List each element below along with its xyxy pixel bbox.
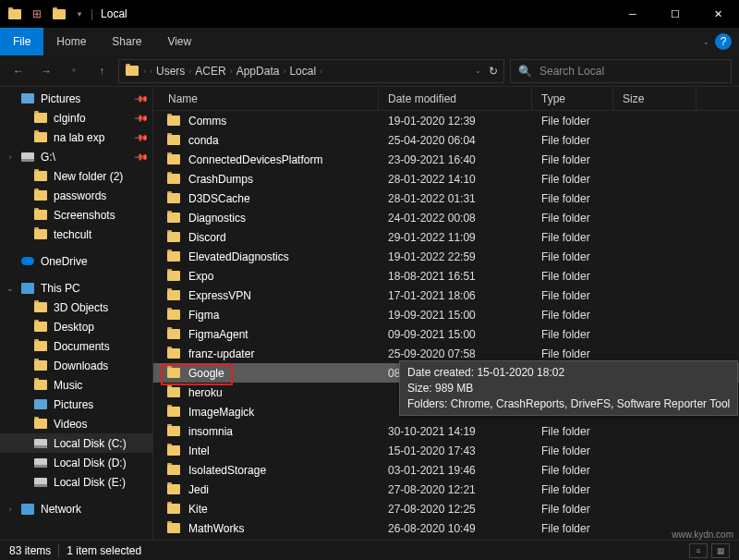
file-row[interactable]: Intel15-01-2020 17:43File folder xyxy=(153,441,739,460)
file-row[interactable]: ConnectedDevicesPlatform23-09-2021 16:40… xyxy=(153,150,739,169)
expand-icon[interactable]: ⌄ xyxy=(6,284,15,293)
file-row[interactable]: conda25-04-2020 06:04File folder xyxy=(153,130,739,150)
file-name: franz-updater xyxy=(188,347,254,360)
file-row[interactable]: D3DSCache28-01-2022 01:31File folder xyxy=(153,189,739,208)
column-date[interactable]: Date modified xyxy=(379,87,532,110)
sidebar-item-techcult[interactable]: techcult xyxy=(0,225,152,244)
file-row[interactable]: ElevatedDiagnostics19-01-2022 22:59File … xyxy=(153,247,739,266)
chevron-right-icon[interactable]: › xyxy=(230,67,233,76)
sidebar-item-desktop[interactable]: Desktop xyxy=(0,317,152,336)
crumb-acer[interactable]: ACER xyxy=(195,65,225,78)
file-row[interactable]: Figma19-09-2021 15:00File folder xyxy=(153,305,739,324)
sidebar-item-pictures[interactable]: Pictures xyxy=(0,395,152,414)
sidebar-item-na-lab-exp[interactable]: na lab exp📌 xyxy=(0,128,152,147)
crumb-users[interactable]: Users xyxy=(156,65,185,78)
chevron-right-icon[interactable]: › xyxy=(188,67,191,76)
maximize-button[interactable]: ☐ xyxy=(654,0,697,28)
status-item-count: 83 items xyxy=(9,544,51,557)
file-row[interactable]: Microsoft18-01-2022 11:53File folder xyxy=(153,538,739,540)
menu-share[interactable]: Share xyxy=(99,28,154,55)
folder-icon xyxy=(33,300,48,315)
sidebar-item-this-pc[interactable]: ⌄This PC xyxy=(0,278,152,298)
file-row[interactable]: FigmaAgent09-09-2021 15:00File folder xyxy=(153,324,739,344)
details-view-icon[interactable]: ≡ xyxy=(689,543,708,558)
separator: | xyxy=(91,7,93,20)
file-type: File folder xyxy=(532,250,613,263)
sidebar-item-3d-objects[interactable]: 3D Objects xyxy=(0,298,152,317)
sidebar-item-videos[interactable]: Videos xyxy=(0,414,152,433)
sidebar-label: Local Disk (E:) xyxy=(54,476,147,489)
file-row[interactable]: Expo18-08-2021 16:51File folder xyxy=(153,266,739,286)
expand-icon[interactable]: › xyxy=(6,505,15,514)
search-input[interactable]: 🔍 Search Local xyxy=(510,59,732,83)
sidebar-item-passwords[interactable]: passwords xyxy=(0,186,152,205)
back-button[interactable]: ← xyxy=(7,60,30,82)
column-name[interactable]: Name xyxy=(153,87,379,110)
sidebar-item-music[interactable]: Music xyxy=(0,375,152,395)
sidebar-item-clginfo[interactable]: clginfo📌 xyxy=(0,108,152,128)
folder-icon xyxy=(166,152,181,167)
file-row[interactable]: Jedi27-08-2020 12:21File folder xyxy=(153,480,739,499)
file-type: File folder xyxy=(532,309,613,322)
folder-icon xyxy=(166,230,181,245)
sidebar-label: passwords xyxy=(54,189,147,202)
file-row[interactable]: Diagnostics24-01-2022 00:08File folder xyxy=(153,208,739,227)
close-button[interactable]: ✕ xyxy=(697,0,739,28)
chevron-right-icon[interactable]: › xyxy=(320,67,322,76)
expand-icon[interactable]: › xyxy=(6,152,15,162)
folder-icon xyxy=(166,133,181,148)
up-button[interactable]: ↑ xyxy=(91,60,113,82)
file-row[interactable]: Discord29-01-2022 11:09File folder xyxy=(153,227,739,247)
large-icons-view-icon[interactable]: ▦ xyxy=(711,543,730,558)
help-icon[interactable]: ? xyxy=(715,33,732,50)
file-row[interactable]: MathWorks26-08-2020 10:49File folder xyxy=(153,518,739,538)
chevron-right-icon[interactable]: › xyxy=(283,67,285,76)
file-type: File folder xyxy=(532,231,613,244)
recent-dropdown[interactable]: ▼ xyxy=(63,60,85,82)
folder-icon xyxy=(166,482,181,497)
forward-button[interactable]: → xyxy=(35,60,57,82)
file-row[interactable]: Kite27-08-2020 12:25File folder xyxy=(153,499,739,518)
sidebar-item-documents[interactable]: Documents xyxy=(0,336,152,356)
folder-icon xyxy=(166,405,181,420)
sidebar-item-new-folder-2-[interactable]: New folder (2) xyxy=(0,166,152,186)
sidebar-item-network[interactable]: ›Network xyxy=(0,499,152,518)
sidebar-item-onedrive[interactable]: OneDrive xyxy=(0,251,152,271)
chevron-down-icon[interactable]: ▼ xyxy=(76,10,83,18)
crumb-local[interactable]: Local xyxy=(289,65,316,78)
file-row[interactable]: insomnia30-10-2021 14:19File folder xyxy=(153,421,739,441)
pin-icon: 📌 xyxy=(134,149,149,164)
sidebar-item-screenshots[interactable]: Screenshots xyxy=(0,205,152,225)
folder-icon xyxy=(166,327,181,342)
expand-ribbon-icon[interactable]: ⌄ xyxy=(703,38,709,46)
chevron-down-icon[interactable]: ⌄ xyxy=(475,67,481,75)
file-date: 27-08-2020 12:25 xyxy=(379,503,532,516)
sidebar-item-downloads[interactable]: Downloads xyxy=(0,356,152,375)
chevron-left-icon[interactable]: ‹ xyxy=(150,67,152,76)
column-size[interactable]: Size xyxy=(613,87,697,110)
file-row[interactable]: CrashDumps28-01-2022 14:10File folder xyxy=(153,169,739,189)
sidebar-item-pictures[interactable]: Pictures📌 xyxy=(0,89,152,108)
disk-icon xyxy=(33,456,48,470)
pin-icon[interactable]: ⊞ xyxy=(30,6,44,21)
sidebar-item-local-disk-c-[interactable]: Local Disk (C:) xyxy=(0,433,152,453)
file-type: File folder xyxy=(532,425,613,438)
sidebar-item-local-disk-e-[interactable]: Local Disk (E:) xyxy=(0,472,152,492)
file-row[interactable]: IsolatedStorage03-01-2021 19:46File fold… xyxy=(153,460,739,480)
minimize-button[interactable]: ─ xyxy=(612,0,654,28)
file-type: File folder xyxy=(532,522,613,535)
menu-home[interactable]: Home xyxy=(43,28,99,55)
file-name: heroku xyxy=(188,386,223,399)
sidebar-item-g-[interactable]: ›G:\📌 xyxy=(0,147,152,166)
chevron-right-icon[interactable]: › xyxy=(143,67,146,76)
menu-view[interactable]: View xyxy=(154,28,204,55)
crumb-appdata[interactable]: AppData xyxy=(236,65,280,78)
breadcrumb[interactable]: › ‹ Users › ACER › AppData › Local › ⌄ ↻ xyxy=(118,59,504,83)
refresh-icon[interactable]: ↻ xyxy=(489,65,498,78)
file-name: IsolatedStorage xyxy=(188,464,266,477)
column-type[interactable]: Type xyxy=(532,87,613,110)
file-row[interactable]: Comms19-01-2020 12:39File folder xyxy=(153,111,739,130)
menu-file[interactable]: File xyxy=(0,28,43,55)
sidebar-item-local-disk-d-[interactable]: Local Disk (D:) xyxy=(0,453,152,472)
file-row[interactable]: ExpressVPN17-01-2021 18:06File folder xyxy=(153,286,739,305)
